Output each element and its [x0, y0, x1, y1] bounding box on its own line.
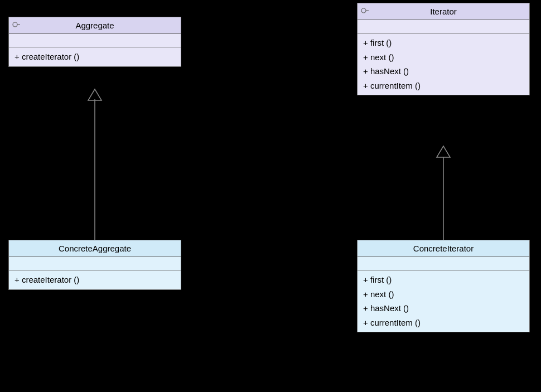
- interface-icon-2: [361, 8, 369, 13]
- concrete-aggregate-title: ConcreteAggregate: [9, 240, 181, 257]
- svg-point-6: [361, 8, 366, 13]
- interface-icon: [12, 22, 20, 27]
- iterator-title: Iterator: [358, 3, 529, 20]
- svg-point-4: [13, 22, 17, 27]
- concrete-iterator-methods: + first () + next () + hasNext () + curr…: [358, 270, 529, 332]
- svg-marker-3: [437, 146, 450, 157]
- concrete-iterator-attrs: [358, 257, 529, 270]
- uml-diagram: Aggregate + createIterator () Iterator +…: [0, 0, 541, 392]
- concrete-aggregate-class: ConcreteAggregate + createIterator (): [8, 240, 181, 290]
- aggregate-methods: + createIterator (): [9, 47, 181, 66]
- aggregate-title: Aggregate: [9, 17, 181, 34]
- concrete-aggregate-attrs: [9, 257, 181, 270]
- aggregate-attrs: [9, 34, 181, 47]
- svg-marker-1: [88, 89, 102, 100]
- iterator-methods: + first () + next () + hasNext () + curr…: [358, 33, 529, 95]
- iterator-attrs: [358, 20, 529, 33]
- iterator-class: Iterator + first () + next () + hasNext …: [357, 3, 530, 95]
- aggregate-class: Aggregate + createIterator (): [8, 17, 181, 67]
- concrete-iterator-title: ConcreteIterator: [358, 240, 529, 257]
- concrete-iterator-class: ConcreteIterator + first () + next () + …: [357, 240, 530, 332]
- concrete-aggregate-methods: + createIterator (): [9, 270, 181, 289]
